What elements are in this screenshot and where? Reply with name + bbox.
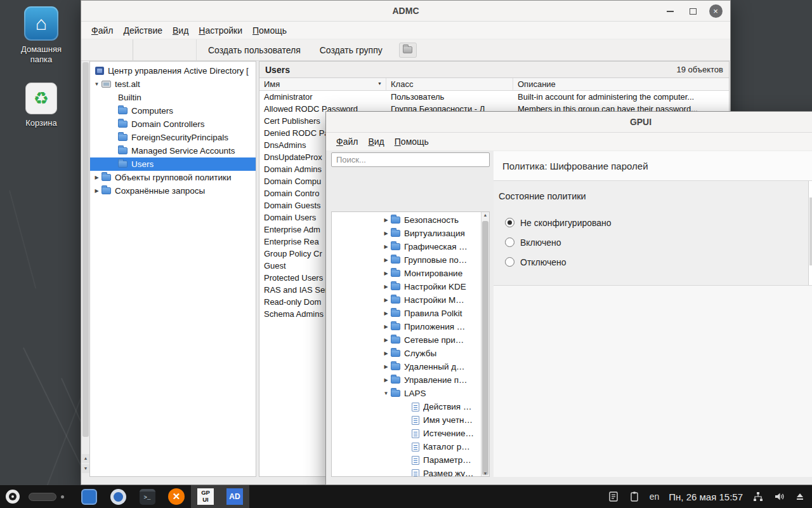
tree-item-category[interactable]: ▶Сетевые при… <box>332 333 481 347</box>
scroll-up-button[interactable]: ▲ <box>481 213 489 217</box>
desktop-icon-home[interactable]: ⌂ Домашняя папка <box>10 6 73 65</box>
clipboard-icon[interactable] <box>629 491 640 502</box>
scrollbar-thumb[interactable] <box>82 62 89 437</box>
table-row[interactable]: AdministratorПользовательBuilt-in accoun… <box>259 91 729 103</box>
create-ou-button[interactable] <box>399 43 417 58</box>
tree-item-category[interactable]: ▶Настройки KDE <box>332 280 481 293</box>
chevron-right-icon[interactable]: ▶ <box>383 324 390 330</box>
tree-item-policy[interactable]: Истечение… <box>332 427 481 440</box>
tree-scrollbar[interactable]: ▲ ▼ <box>481 212 489 476</box>
radio-enabled[interactable]: Включено <box>505 232 812 252</box>
chevron-right-icon[interactable]: ▶ <box>93 188 100 194</box>
taskbar-app-terminal[interactable]: >_ <box>133 485 162 508</box>
tree-item-domain[interactable]: ▼ test.alt <box>90 77 256 91</box>
tree-item-category[interactable]: ▶Групповые по… <box>332 253 481 267</box>
tree-item-policy[interactable]: Параметр… <box>332 453 481 467</box>
tree-item-managed-service-accounts[interactable]: Managed Service Accounts <box>90 144 256 157</box>
tree-item-category[interactable]: ▶Приложения … <box>332 320 481 333</box>
chevron-right-icon[interactable]: ▶ <box>383 284 390 290</box>
chevron-right-icon[interactable]: ▶ <box>383 351 390 356</box>
tree-item-category[interactable]: ▶Монтирование <box>332 267 481 280</box>
admc-titlebar[interactable]: ADMC × <box>81 1 730 22</box>
chevron-right-icon[interactable]: ▶ <box>383 364 390 370</box>
tree-item-policy[interactable]: Размер жу… <box>332 467 481 477</box>
scroll-up-button[interactable]: ▲ <box>82 454 89 463</box>
taskbar-app-x[interactable]: ✕ <box>162 485 191 508</box>
tree-item-category[interactable]: ▶Безопасность <box>332 213 481 227</box>
eject-icon[interactable] <box>794 491 806 502</box>
tree-item-laps[interactable]: ▼LAPS <box>332 387 481 400</box>
chevron-right-icon[interactable]: ▶ <box>383 377 390 383</box>
gpui-menu-view[interactable]: Вид <box>363 133 389 150</box>
volume-icon[interactable] <box>773 491 785 502</box>
chevron-right-icon[interactable]: ▶ <box>383 297 390 303</box>
panel-scrollbar[interactable] <box>808 181 812 285</box>
search-input[interactable] <box>331 152 490 167</box>
dock-handle[interactable] <box>29 493 56 501</box>
scroll-down-button[interactable]: ▼ <box>481 471 489 476</box>
tree-item-category[interactable]: ▶Службы <box>332 347 481 360</box>
gpui-menu-file[interactable]: Файл <box>331 133 363 150</box>
chevron-right-icon[interactable]: ▶ <box>383 231 390 236</box>
chevron-down-icon[interactable]: ▼ <box>383 391 390 396</box>
tree-item-category[interactable]: ▶Графическая … <box>332 240 481 253</box>
chevron-right-icon[interactable]: ▶ <box>93 175 100 180</box>
tree-item-category[interactable]: ▶Управление п… <box>332 373 481 387</box>
taskbar-app-gpui[interactable]: GP UI <box>191 485 220 508</box>
desktop-icon-trash[interactable]: ♻ Корзина <box>10 83 73 128</box>
gpui-titlebar[interactable]: GPUI <box>326 112 812 133</box>
admc-menu-view[interactable]: Вид <box>167 22 193 39</box>
admc-menu-settings[interactable]: Настройки <box>193 22 247 39</box>
language-indicator[interactable]: en <box>650 491 660 502</box>
tree-item-builtin[interactable]: Builtin <box>90 91 256 104</box>
tree-item-computers[interactable]: Computers <box>90 104 256 117</box>
chevron-right-icon[interactable]: ▶ <box>383 217 390 223</box>
tree-item-saved-queries[interactable]: ▶ Сохранённые запросы <box>90 184 256 197</box>
minimize-button[interactable] <box>663 4 677 18</box>
tree-item-category[interactable]: ▶Виртуализация <box>332 227 481 240</box>
chevron-right-icon[interactable]: ▶ <box>383 257 390 263</box>
tree-item-category[interactable]: ▶Настройки M… <box>332 293 481 307</box>
chevron-down-icon[interactable]: ▼ <box>93 81 100 87</box>
tree-item-category[interactable]: ▶Удаленный д… <box>332 360 481 373</box>
create-group-button[interactable]: Создать группу <box>312 41 390 60</box>
network-icon[interactable] <box>752 491 764 502</box>
clock[interactable]: Пн, 26 мая 15:57 <box>669 491 743 502</box>
create-user-button[interactable]: Создать пользователя <box>200 41 308 60</box>
admc-menu-action[interactable]: Действие <box>118 22 167 39</box>
admc-menu-file[interactable]: Файл <box>86 22 118 39</box>
close-button[interactable]: × <box>709 4 723 18</box>
tree-item-category[interactable]: ▶Правила Polkit <box>332 307 481 320</box>
chevron-right-icon[interactable]: ▶ <box>383 271 390 276</box>
notes-icon[interactable] <box>608 491 619 502</box>
radio-not-configured[interactable]: Не сконфигурировано <box>505 213 812 232</box>
column-header-class[interactable]: Класс <box>386 78 513 90</box>
chevron-right-icon[interactable]: ▶ <box>383 244 390 250</box>
tree-item-users[interactable]: Users <box>90 157 256 171</box>
chevron-right-icon[interactable]: ▶ <box>383 311 390 316</box>
app-menu-button[interactable] <box>6 490 20 504</box>
tree-scrollbar[interactable]: ▲ ▼ <box>82 61 89 477</box>
gpui-menu-help[interactable]: Помощь <box>390 133 434 150</box>
scrollbar-thumb[interactable] <box>809 197 812 265</box>
scroll-down-button[interactable]: ▼ <box>82 464 89 473</box>
tree-item-gpo[interactable]: ▶ Объекты групповой политики <box>90 171 256 184</box>
scrollbar-thumb[interactable] <box>482 221 488 475</box>
taskbar-app-browser[interactable] <box>103 485 133 508</box>
admc-menu-help[interactable]: Помощь <box>247 22 292 39</box>
column-header-name[interactable]: Имя▼ <box>259 78 386 90</box>
tree-item-policy[interactable]: Имя учетн… <box>332 413 481 427</box>
column-header-description[interactable]: Описание <box>513 78 729 90</box>
computer-icon <box>102 81 111 88</box>
tree-item-policy[interactable]: Действия … <box>332 400 481 413</box>
tree-item-policy[interactable]: Каталог р… <box>332 440 481 453</box>
admc-console-tree: Центр управления Active Directory [ ▼ te… <box>89 61 256 477</box>
maximize-button[interactable] <box>686 4 700 18</box>
chevron-right-icon[interactable]: ▶ <box>383 337 390 343</box>
tree-item-root[interactable]: Центр управления Active Directory [ <box>90 64 256 77</box>
radio-disabled[interactable]: Отключено <box>505 252 812 272</box>
taskbar-app-admc[interactable]: AD <box>220 485 249 508</box>
taskbar-app-files[interactable] <box>74 485 103 508</box>
tree-item-domain-controllers[interactable]: Domain Controllers <box>90 117 256 131</box>
tree-item-foreign-security-principals[interactable]: ForeignSecurityPrincipals <box>90 131 256 144</box>
